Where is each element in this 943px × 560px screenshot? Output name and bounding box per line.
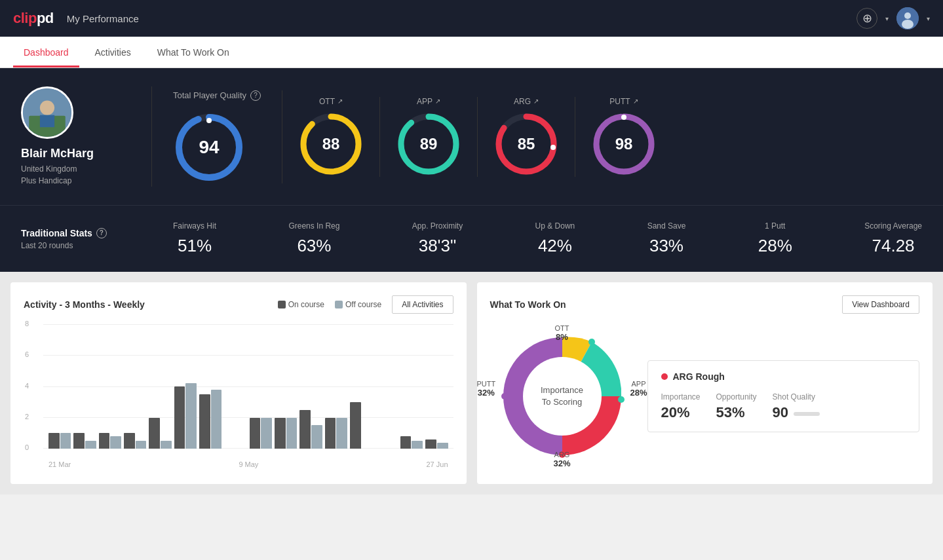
tab-activities[interactable]: Activities: [85, 47, 142, 67]
donut-chart: OTT 8% APP 28% ARG 32% PUTT 32% Importan…: [490, 324, 634, 468]
help-icon[interactable]: ?: [250, 90, 261, 101]
quality-section: Total Player Quality ? 94 OTT ↗: [152, 90, 922, 183]
ott-value: 88: [322, 135, 340, 153]
app-gauge: 89: [396, 111, 461, 177]
donut-svg: [490, 324, 634, 468]
bar-group-11: [325, 418, 347, 449]
label-app: APP 28%: [630, 380, 647, 398]
player-avatar-image: [23, 86, 71, 139]
bar-group-12: [350, 402, 372, 449]
arg-arrow: ↗: [533, 98, 539, 105]
stats-subtitle: Last 20 rounds: [21, 241, 131, 250]
app-value: 89: [420, 135, 438, 153]
player-avatar: [21, 86, 73, 139]
svg-rect-6: [40, 115, 54, 128]
traditional-stats: Traditional Stats ? Last 20 rounds Fairw…: [0, 205, 943, 272]
stat-greens: Greens In Reg 63%: [288, 221, 339, 256]
legend-off-dot: [335, 301, 343, 308]
bottom-section: Activity - 3 Months - Weekly On course O…: [0, 272, 943, 495]
ott-gauge: 88: [298, 111, 364, 177]
legend-on-dot: [278, 301, 286, 308]
player-info: Blair McHarg United Kingdom Plus Handica…: [21, 86, 152, 187]
shot-quality-value: 90: [773, 404, 788, 421]
stats-help-icon[interactable]: ?: [96, 228, 107, 238]
stat-scoring-name: Scoring Average: [864, 221, 922, 231]
dot-app2: [618, 396, 625, 403]
stat-sandsave-name: Sand Save: [647, 221, 686, 231]
logo-text: clippd: [13, 10, 54, 27]
player-name: Blair McHarg: [21, 147, 94, 160]
bar-group-3: [124, 433, 146, 449]
bar-on-4: [149, 418, 160, 449]
bar-group-5: [174, 383, 197, 449]
wtwon-title: What To Work On: [490, 299, 566, 310]
stat-oneputt-value: 28%: [758, 236, 792, 256]
add-icon[interactable]: ⊕: [856, 8, 877, 29]
putt-arrow: ↗: [633, 98, 638, 105]
bar-on-15: [425, 439, 436, 449]
player-country: United Kingdom: [21, 163, 77, 175]
stat-oneputt-name: 1 Putt: [765, 221, 785, 231]
score-arg-label: ARG ↗: [514, 97, 539, 106]
header: clippd My Performance ⊕ ▾ ▾: [0, 0, 943, 37]
detail-opportunity: Opportunity 53%: [716, 392, 757, 421]
svg-point-20: [621, 115, 626, 120]
bar-on-12: [350, 402, 361, 449]
bar-off-11: [336, 418, 347, 449]
bar-off-4: [161, 441, 172, 449]
chart-legend: On course Off course: [278, 300, 382, 309]
hero-section: Blair McHarg United Kingdom Plus Handica…: [0, 68, 943, 205]
app-arrow: ↗: [435, 98, 440, 105]
shot-quality-label: Shot Quality: [773, 392, 820, 401]
stat-oneputt: 1 Putt 28%: [758, 221, 792, 256]
importance-value: 20%: [661, 404, 701, 421]
stat-updown: Up & Down 42%: [535, 221, 575, 256]
tab-dashboard[interactable]: Dashboard: [13, 47, 79, 67]
putt-value: 98: [615, 135, 633, 153]
bar-group-6: [199, 390, 221, 449]
bar-off-8: [261, 418, 272, 449]
label-arg: ARG 32%: [553, 451, 570, 468]
wtwon-right: ARG Rough Importance 20% Opportunity 53%…: [647, 360, 920, 432]
dot-putt: [501, 393, 508, 400]
all-activities-button[interactable]: All Activities: [392, 295, 453, 314]
bar-off-1: [85, 441, 96, 449]
bar-off-6: [211, 390, 222, 449]
stat-proximity: App. Proximity 38'3": [412, 221, 463, 256]
chart-area: 8 6 4 2 0 21 Mar 9 May 27 Jun: [24, 324, 453, 468]
svg-point-2: [902, 20, 914, 29]
bar-on-1: [73, 433, 85, 449]
total-gauge-value: 94: [199, 137, 219, 158]
svg-point-5: [40, 101, 54, 115]
activity-card: Activity - 3 Months - Weekly On course O…: [10, 282, 467, 484]
bar-off-14: [412, 441, 423, 449]
bar-off-15: [437, 443, 448, 449]
avatar-chevron: ▾: [927, 15, 930, 22]
view-dashboard-button[interactable]: View Dashboard: [842, 295, 919, 314]
stats-values: Fairways Hit 51% Greens In Reg 63% App. …: [152, 221, 922, 256]
bars-container: [43, 324, 453, 449]
arg-gauge: 85: [493, 111, 559, 177]
bar-group-10: [299, 410, 322, 449]
total-gauge: 94: [173, 111, 245, 183]
bar-on-3: [124, 433, 135, 449]
bar-on-10: [299, 410, 311, 449]
stat-fairways-value: 51%: [178, 236, 212, 256]
detail-card-title: ARG Rough: [661, 371, 906, 382]
logo-pd: pd: [37, 10, 54, 26]
logo-clip: clip: [13, 10, 37, 26]
score-putt: PUTT ↗ 98: [575, 97, 672, 177]
avatar[interactable]: [896, 7, 919, 29]
logo[interactable]: clippd: [13, 10, 54, 27]
bar-group-1: [73, 433, 96, 449]
bar-off-2: [110, 436, 121, 449]
stat-sandsave-value: 33%: [649, 236, 683, 256]
arg-value: 85: [518, 135, 535, 153]
bar-group-2: [99, 433, 121, 449]
tab-what-to-work-on[interactable]: What To Work On: [147, 47, 240, 67]
stat-proximity-value: 38'3": [419, 236, 457, 256]
score-arg: ARG ↗ 85: [478, 97, 575, 177]
bar-group-15: [425, 439, 448, 449]
score-app: APP ↗ 89: [380, 97, 478, 177]
header-left: clippd My Performance: [13, 10, 139, 27]
